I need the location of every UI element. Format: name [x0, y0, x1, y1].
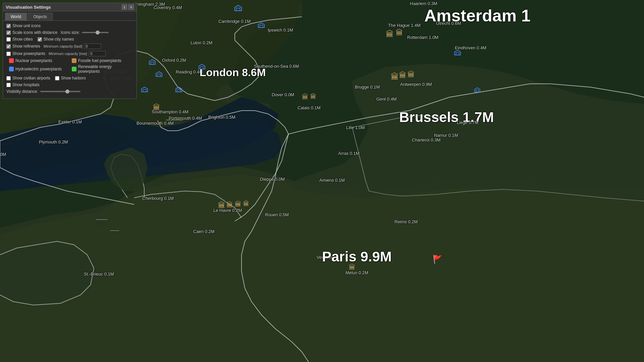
svg-rect-29: [456, 53, 459, 55]
show-refineries-checkbox[interactable]: [6, 44, 11, 49]
refinery-southampton: 🏛: [153, 103, 160, 112]
unit-icon-6: [174, 86, 183, 93]
info-button[interactable]: ℹ: [122, 4, 127, 10]
legend-fossile: Fossile fuel powerplants: [72, 58, 133, 63]
show-city-names-checkbox[interactable]: [38, 37, 42, 42]
refinery-rotterdam: 🏛: [386, 29, 394, 39]
show-cities-label: Show cities: [6, 37, 33, 42]
show-hospitals-label: Show hospitals: [6, 82, 40, 87]
unit-icon-2: [257, 22, 266, 28]
show-powerplants-checkbox[interactable]: [6, 52, 11, 56]
legend-hydro: Hydroelectric powerplants: [9, 64, 70, 74]
refinery-lehavre4: 🏛: [243, 200, 249, 207]
min-cap-bpd-label: Minimum capacity [bpd]: [44, 44, 83, 48]
tab-world[interactable]: World: [5, 13, 27, 20]
visibility-distance-label: Visibility distance:: [6, 89, 38, 94]
fossile-color: [72, 58, 76, 63]
unit-icon-5: [197, 64, 207, 70]
refinery-antwerpen: 🏛: [391, 72, 399, 81]
refinery-lehavre: 🏛: [218, 201, 225, 210]
hydro-color: [9, 67, 14, 71]
show-unit-icons-checkbox[interactable]: [6, 24, 11, 28]
refinery-gravesend2: 🏛: [310, 93, 316, 100]
svg-point-12: [109, 229, 119, 234]
scale-icons-checkbox[interactable]: [6, 31, 11, 35]
show-harbors-checkbox[interactable]: [55, 76, 59, 80]
tab-objects[interactable]: Objects: [28, 13, 53, 20]
show-hospitals-checkbox[interactable]: [6, 83, 11, 87]
icons-size-slider[interactable]: [82, 32, 109, 33]
svg-point-11: [94, 217, 107, 225]
legend-renewable: Renewable energy powerplants: [72, 64, 133, 74]
renewable-color: [72, 67, 76, 71]
min-cap-bpd-input[interactable]: [84, 44, 101, 49]
panel-title: Visualisation Settings: [6, 5, 51, 10]
show-powerplants-label: Show powerplants: [6, 51, 45, 56]
panel-title-bar: Visualisation Settings ℹ ✕: [3, 3, 137, 11]
svg-rect-21: [158, 74, 161, 76]
svg-rect-25: [177, 89, 180, 92]
flag-icon: 🚩: [433, 255, 443, 264]
svg-point-13: [166, 117, 183, 125]
min-cap-mw-label: Minimum capacity [mw]: [49, 52, 87, 56]
svg-rect-31: [476, 90, 479, 92]
unit-icon-nl1: [453, 50, 462, 56]
panel-content: Show unit icons Scale icons with distanc…: [3, 21, 137, 99]
svg-rect-15: [236, 8, 240, 11]
svg-rect-19: [151, 62, 154, 64]
refinery-lehavre2: 🏛: [226, 201, 233, 209]
show-airports-label: Show civilian airports: [6, 76, 50, 80]
close-button[interactable]: ✕: [128, 4, 134, 10]
refinery-lehavre3: 🏛: [235, 200, 241, 208]
refinery-rotterdam2: 🏛: [396, 28, 403, 37]
icons-size-label: Icons size:: [61, 30, 80, 35]
unit-icon-7: [140, 86, 149, 93]
unit-icon-1: [233, 5, 243, 11]
visibility-distance-slider[interactable]: [40, 91, 80, 92]
unit-icon-be1: [473, 87, 482, 93]
svg-rect-23: [201, 67, 204, 69]
svg-rect-17: [260, 25, 263, 27]
refinery-paris: 🏛: [349, 263, 356, 271]
legend-nuclear: Nuclear powerplants: [9, 58, 70, 63]
panel-tabs: World Objects: [3, 11, 137, 21]
show-unit-icons-label: Show unit icons: [6, 23, 41, 28]
show-harbors-label: Show harbors: [55, 76, 86, 80]
svg-rect-27: [143, 89, 146, 92]
show-airports-checkbox[interactable]: [6, 76, 11, 80]
refinery-antwerpen3: 🏛: [408, 70, 415, 79]
nuclear-color: [9, 58, 14, 63]
unit-icon-4: [154, 71, 164, 77]
scale-icons-label: Scale icons with distance: [6, 30, 57, 35]
refinery-antwerpen2: 🏛: [399, 71, 407, 80]
show-city-names-label: Show city names: [38, 37, 74, 42]
unit-icon-3: [148, 59, 157, 65]
show-cities-checkbox[interactable]: [6, 37, 11, 42]
show-refineries-label: Show refineries: [6, 44, 40, 49]
min-cap-mw-input[interactable]: [89, 51, 106, 56]
refinery-gravesend: 🏛: [302, 93, 309, 101]
visualisation-panel: Visualisation Settings ℹ ✕ World Objects…: [3, 3, 137, 99]
